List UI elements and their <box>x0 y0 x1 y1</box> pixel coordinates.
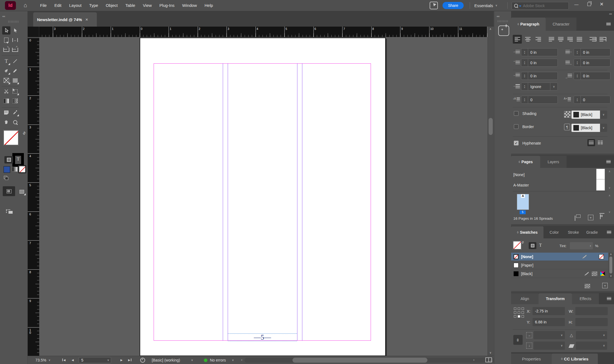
border-settings-icon[interactable]: ¶ <box>564 124 570 130</box>
document-tab[interactable]: Newsletter.indd @ 74% ✕ <box>33 12 97 27</box>
drop-cap-chars-field[interactable]: ∧∨0 <box>574 96 610 104</box>
next-page-button[interactable]: ▶ <box>120 359 123 362</box>
page-5-thumbnail[interactable]: A <box>517 194 529 210</box>
default-fill-stroke-icon[interactable] <box>4 176 7 179</box>
search-input[interactable] <box>522 3 556 8</box>
justify-center-button[interactable] <box>556 35 565 44</box>
collapse-toolbar-icon[interactable]: «« <box>2 15 5 18</box>
align-away-from-spine-button[interactable] <box>598 35 607 44</box>
restore-button[interactable] <box>583 0 595 8</box>
home-icon[interactable]: ⌂ <box>24 2 27 9</box>
tab-properties[interactable]: Properties <box>511 354 552 364</box>
master-none-thumbnail[interactable] <box>596 169 605 180</box>
vertical-scroll-thumb[interactable] <box>489 118 493 135</box>
previous-page-button[interactable]: ◀ <box>72 359 74 362</box>
justify-all-button[interactable] <box>575 35 584 44</box>
master-amaster-thumbnail[interactable] <box>596 179 605 191</box>
fill-swatch[interactable] <box>4 130 18 145</box>
scroll-down-icon[interactable]: ∨ <box>609 210 610 213</box>
panel-menu-icon[interactable] <box>607 231 611 234</box>
new-swatch-icon[interactable]: + <box>602 283 608 288</box>
ruler-origin-corner[interactable] <box>28 27 39 37</box>
menu-item-layout[interactable]: Layout <box>65 0 85 11</box>
hyphenate-checkbox[interactable]: ✓ <box>514 141 519 145</box>
eyedropper-tool[interactable] <box>11 108 19 117</box>
selection-tool[interactable] <box>2 26 10 35</box>
master-row-amaster[interactable]: A-Master <box>511 180 610 190</box>
close-tab-icon[interactable]: ✕ <box>85 18 88 22</box>
panel-menu-icon[interactable] <box>606 22 611 26</box>
line-tool[interactable] <box>11 57 19 65</box>
tab-transform[interactable]: Transform <box>539 293 572 304</box>
tab-character[interactable]: Character <box>546 18 576 31</box>
formatting-affects-text-button[interactable]: T <box>17 156 19 162</box>
scroll-left-icon[interactable]: ‹ <box>241 358 242 362</box>
edit-page-size-icon[interactable] <box>575 216 575 221</box>
share-for-review-icon[interactable] <box>498 26 509 36</box>
last-page-button[interactable]: ▶ <box>128 359 131 362</box>
shading-color-field[interactable]: [Black] <box>571 111 600 119</box>
scroll-right-icon[interactable]: › <box>473 358 474 362</box>
space-after-field[interactable]: ∧∨0 in <box>574 72 610 80</box>
tint-field[interactable]: › <box>570 242 593 249</box>
tab-effects[interactable]: Effects <box>572 293 599 304</box>
share-button[interactable]: Share <box>443 2 464 9</box>
h-ruler[interactable]: 32101234567891011 <box>39 27 488 37</box>
width-field[interactable] <box>575 307 608 315</box>
tab-stroke[interactable]: Stroke <box>564 226 583 238</box>
align-right-button[interactable] <box>534 35 543 44</box>
scroll-down-icon[interactable]: ∨ <box>489 351 491 354</box>
workspace-switcher[interactable]: Essentials ∨ <box>474 0 497 11</box>
last-line-indent-field[interactable]: ∧∨0 in <box>574 59 610 67</box>
content-placer-tool[interactable]: ↗ <box>11 46 19 54</box>
pasteboard[interactable]: —5— <box>39 37 488 356</box>
split-columns-icon[interactable] <box>598 141 603 145</box>
swap-fill-stroke-icon[interactable]: ⇄ <box>21 130 27 136</box>
text-format-button[interactable]: T <box>539 243 542 248</box>
notes-tool[interactable] <box>2 108 10 117</box>
formatting-affects-container-button[interactable] <box>4 156 13 163</box>
horizontal-scroll-thumb[interactable] <box>292 358 427 363</box>
tab-align[interactable]: Align <box>511 293 539 304</box>
panel-drag-handle[interactable] <box>8 21 19 23</box>
pencil-tool[interactable] <box>11 67 19 75</box>
scroll-up-icon[interactable]: ∧ <box>489 28 491 30</box>
reference-point-proxy[interactable] <box>514 307 524 318</box>
zoom-tool[interactable] <box>11 118 19 126</box>
close-button[interactable]: ✕ <box>595 0 608 8</box>
justify-left-button[interactable] <box>547 35 556 44</box>
delete-page-icon[interactable] <box>600 214 601 219</box>
page-number-input[interactable] <box>81 358 104 363</box>
preflight-status-control[interactable]: No errors ∨ <box>210 356 234 364</box>
first-page-button[interactable]: ◀ <box>62 359 66 362</box>
swatch-row-paper[interactable]: [Paper] <box>511 261 608 269</box>
adobe-stock-search[interactable] <box>512 2 569 10</box>
v-ruler[interactable]: 012345678910 <box>28 37 39 356</box>
tab-color[interactable]: Color <box>545 226 564 238</box>
shading-color-dropdown[interactable]: ∨ <box>600 111 607 119</box>
rotation-angle-dropdown[interactable]: ∨ <box>576 331 607 339</box>
container-format-button[interactable] <box>529 242 536 249</box>
page-5-label[interactable]: 5 <box>520 210 526 214</box>
gradient-feather-tool[interactable] <box>11 97 19 105</box>
shading-settings-icon[interactable] <box>564 111 571 118</box>
align-left-button[interactable] <box>513 35 522 44</box>
menu-item-view[interactable]: View <box>139 0 156 11</box>
touch-workspace-button[interactable] <box>430 2 438 9</box>
footer-text-frame[interactable]: —5— <box>228 333 297 341</box>
menu-item-table[interactable]: Table <box>122 0 139 11</box>
tab-paragraph[interactable]: ◊ Paragraph <box>511 18 546 31</box>
create-new-page-icon[interactable]: + <box>588 215 593 220</box>
justify-right-button[interactable] <box>565 35 574 44</box>
vertical-scrollbar[interactable]: ∧ ∨ <box>488 27 494 356</box>
left-indent-field[interactable]: ∧∨0 in <box>521 48 558 56</box>
menu-item-object[interactable]: Object <box>102 0 122 11</box>
span-columns-icon[interactable] <box>587 139 595 146</box>
scale-x-dropdown[interactable]: ∨ <box>534 331 565 339</box>
direct-selection-tool[interactable] <box>11 26 19 35</box>
shear-angle-dropdown[interactable]: ∨ <box>576 342 607 350</box>
tab-gradient[interactable]: Gradie <box>583 226 601 238</box>
tab-layers[interactable]: Layers <box>540 156 567 168</box>
preflight-profile-control[interactable]: [Basic] (working) ∨ <box>152 356 193 364</box>
constrain-proportions-button[interactable]: ∞ <box>513 335 523 345</box>
